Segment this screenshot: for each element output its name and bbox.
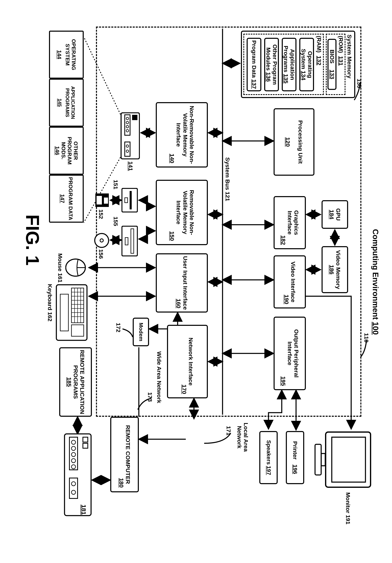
disk-data-box: PROGRAM DATA 147 (49, 175, 84, 223)
monitor-icon (311, 430, 373, 489)
svg-rect-37 (125, 198, 128, 203)
remote-device-icon: 181 (63, 433, 92, 517)
processing-unit-box: Processing Unit 120 (274, 108, 314, 176)
svg-rect-43 (97, 196, 102, 205)
cddrv-ref: 155 (112, 217, 119, 226)
lan-ref: 171 (225, 426, 232, 435)
video-memory-box: Video Memory 186 (321, 246, 348, 293)
mouse-icon (65, 257, 88, 278)
printer-box: Printer196 (286, 431, 304, 484)
cd-ref: 156 (98, 249, 104, 259)
svg-rect-61 (60, 294, 68, 331)
svg-rect-68 (83, 443, 88, 448)
disk-apps-box: APPLICATION PROGRAMS 145 (49, 79, 84, 127)
apps-box: Application Programs 135 (282, 38, 296, 91)
rap-box: REMOTE APPLICATION PROGRAMS 185 (59, 347, 92, 417)
svg-rect-64 (321, 453, 325, 466)
lan-label: Local Area Network (236, 419, 249, 456)
nrmi-box: Non-Removable Non-Volatile Memory Interf… (156, 102, 208, 167)
graphics-interface-box: Graphics Interface 182 (274, 196, 306, 249)
svg-rect-38 (122, 226, 137, 256)
svg-rect-75 (69, 478, 78, 499)
svg-rect-63 (332, 437, 366, 482)
bios-box: BIOS133 (328, 39, 336, 90)
wan-ref: 173 (147, 392, 153, 402)
sysmem-ref-lbl: 130 (356, 79, 362, 88)
wan-label: Wide Area Network (156, 351, 162, 417)
floppy-ref: 152 (98, 209, 104, 219)
monitor-label: Monitor 191 (345, 492, 351, 525)
mouse-label: Mouse 161 (57, 253, 63, 282)
hdd-icon (121, 112, 140, 159)
svg-rect-32 (125, 142, 130, 156)
disk-mods-box: OTHER PROGRAM MODS. 146 (49, 127, 84, 175)
svg-point-45 (100, 239, 103, 242)
cd-icon (94, 233, 109, 248)
mods-box: Other Program Modules 136 (264, 38, 279, 91)
figure-label: FIG. 1 (22, 215, 43, 266)
keyboard-icon (55, 284, 88, 341)
neti-box: Network Interface 170 (167, 325, 208, 398)
speakers-box: Speakers197 (259, 431, 278, 484)
svg-rect-40 (125, 238, 128, 245)
hdd-ref: 141 (127, 161, 134, 171)
disk-os-box: OPERATING SYSTEM 144 (49, 31, 84, 79)
dash-ref: 110 (363, 333, 369, 343)
cd-drive-icon (122, 226, 138, 256)
floppy-drive-icon (122, 188, 138, 212)
svg-rect-50 (72, 325, 84, 336)
svg-rect-36 (130, 191, 132, 209)
svg-rect-67 (83, 437, 88, 442)
svg-rect-42 (104, 198, 108, 204)
modem-ref: 172 (115, 323, 122, 332)
uii-box: User Input Interface 160 (156, 253, 208, 313)
remote-computer-box: REMOTE COMPUTER 180 (110, 417, 139, 492)
rom-label: (ROM) 131 (338, 36, 344, 65)
page-title: Computing Environment 100 (371, 225, 380, 339)
svg-rect-39 (131, 229, 134, 253)
rmi-box: Removable Non-Volatile Memory Interface … (156, 180, 208, 245)
video-interface-box: Video Interface 190 (274, 255, 306, 308)
os-box: Operating System 134 (299, 38, 314, 91)
modem-box: Modem (133, 318, 149, 346)
svg-rect-65 (315, 444, 321, 475)
svg-text:181: 181 (80, 505, 87, 515)
ram-label: (RAM) 132 (316, 36, 322, 65)
floppy-drv-ref: 151 (112, 180, 119, 189)
gpu-box: GPU 184 (321, 200, 348, 229)
floppy-icon (95, 193, 109, 207)
opi-box: Output Peripheral Interface 195 (274, 317, 306, 390)
svg-rect-26 (132, 115, 137, 120)
sysbus-label: System Bus 121 (224, 157, 231, 201)
keyboard-label: Keyboard 162 (47, 284, 53, 321)
pdata-box: Program Data 137 (247, 38, 261, 91)
